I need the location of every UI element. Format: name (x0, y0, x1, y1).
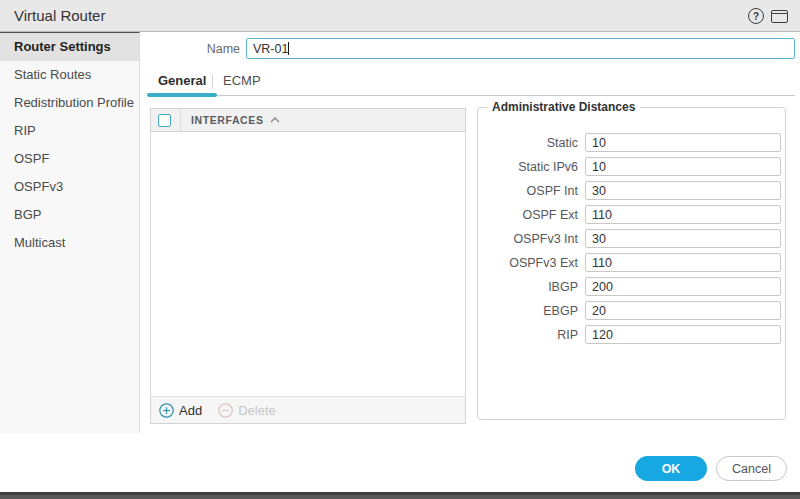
add-icon (159, 403, 174, 418)
text-caret (288, 42, 289, 55)
admin-distance-row: IBGP (478, 277, 785, 296)
active-tab-underline (147, 93, 217, 97)
administrative-distances-panel: Administrative Distances Static Static I… (477, 107, 786, 420)
add-button-label: Add (179, 403, 202, 418)
interfaces-column-header[interactable]: INTERFACES (191, 114, 280, 126)
name-label: Name (150, 42, 240, 56)
sidebar-item-router-settings[interactable]: Router Settings (0, 33, 139, 61)
ibgp-input[interactable] (585, 277, 781, 296)
sidebar-item-bgp[interactable]: BGP (0, 201, 139, 229)
rip-label: RIP (478, 328, 578, 342)
sidebar-item-redistribution-profile[interactable]: Redistribution Profile (0, 89, 139, 117)
ok-button[interactable]: OK (635, 456, 707, 481)
admin-distance-row: RIP (478, 325, 785, 344)
delete-icon (218, 403, 233, 418)
cancel-button[interactable]: Cancel (716, 456, 787, 481)
interfaces-table: INTERFACES Add Delete (150, 108, 466, 424)
sidebar-item-multicast[interactable]: Multicast (0, 229, 139, 257)
static-label: Static (478, 136, 578, 150)
ebgp-label: EBGP (478, 304, 578, 318)
interfaces-table-header: INTERFACES (151, 109, 465, 132)
admin-distance-row: OSPFv3 Ext (478, 253, 785, 272)
ospfv3-int-label: OSPFv3 Int (478, 232, 578, 246)
static-input[interactable] (585, 133, 781, 152)
interfaces-table-footer: Add Delete (151, 396, 465, 423)
ospf-int-label: OSPF Int (478, 184, 578, 198)
column-divider (180, 109, 181, 132)
interfaces-column-label: INTERFACES (191, 114, 264, 126)
dialog-title: Virtual Router (14, 7, 105, 24)
ebgp-input[interactable] (585, 301, 781, 320)
sidebar-item-static-routes[interactable]: Static Routes (0, 61, 139, 89)
rip-input[interactable] (585, 325, 781, 344)
tab-baseline (147, 95, 795, 96)
admin-distance-row: OSPFv3 Int (478, 229, 785, 248)
static-ipv6-input[interactable] (585, 157, 781, 176)
window-icon[interactable] (771, 10, 788, 23)
static-ipv6-label: Static IPv6 (478, 160, 578, 174)
tab-general[interactable]: General (158, 73, 206, 88)
sort-ascending-icon (270, 117, 280, 123)
tab-divider (212, 75, 213, 89)
name-input[interactable] (246, 38, 795, 59)
ospfv3-ext-label: OSPFv3 Ext (478, 256, 578, 270)
delete-button-label: Delete (238, 403, 276, 418)
help-icon[interactable]: ? (748, 8, 764, 24)
sidebar-item-ospfv3[interactable]: OSPFv3 (0, 173, 139, 201)
ospf-ext-input[interactable] (585, 205, 781, 224)
sidebar: Router Settings Static Routes Redistribu… (0, 32, 140, 433)
admin-distance-row: OSPF Int (478, 181, 785, 200)
dialog-bottom-edge (0, 492, 800, 499)
ospfv3-ext-input[interactable] (585, 253, 781, 272)
sidebar-item-rip[interactable]: RIP (0, 117, 139, 145)
admin-distance-row: EBGP (478, 301, 785, 320)
dialog-titlebar: Virtual Router ? (0, 0, 800, 32)
tab-ecmp[interactable]: ECMP (223, 73, 261, 88)
ospfv3-int-input[interactable] (585, 229, 781, 248)
titlebar-icons: ? (748, 0, 788, 32)
select-all-checkbox[interactable] (158, 114, 171, 127)
sidebar-item-ospf[interactable]: OSPF (0, 145, 139, 173)
admin-distance-row: OSPF Ext (478, 205, 785, 224)
admin-distance-row: Static IPv6 (478, 157, 785, 176)
ospf-ext-label: OSPF Ext (478, 208, 578, 222)
ibgp-label: IBGP (478, 280, 578, 294)
admin-distance-row: Static (478, 133, 785, 152)
ospf-int-input[interactable] (585, 181, 781, 200)
delete-button[interactable]: Delete (218, 403, 276, 418)
administrative-distances-legend: Administrative Distances (487, 100, 640, 114)
interfaces-table-body (151, 132, 465, 396)
virtual-router-dialog: Virtual Router ? Router Settings Static … (0, 0, 800, 499)
add-button[interactable]: Add (159, 403, 202, 418)
